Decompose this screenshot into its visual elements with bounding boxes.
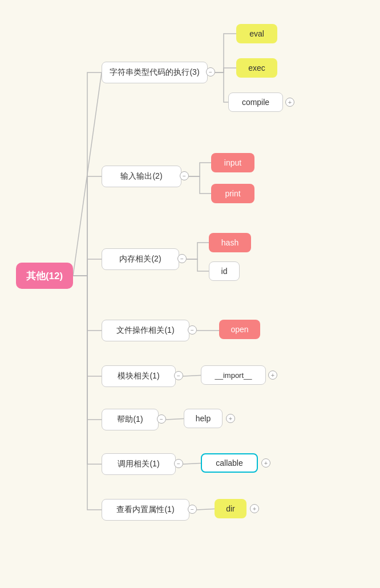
expand-dir[interactable]: + xyxy=(250,504,259,513)
svg-line-0 xyxy=(73,73,102,276)
leaf-dir[interactable]: dir xyxy=(215,499,246,518)
category-memory[interactable]: 内存相关(2) xyxy=(102,248,179,270)
print-label: print xyxy=(225,189,240,198)
cat1-label: 字符串类型代码的执行(3) xyxy=(110,67,199,78)
import-label: __import__ xyxy=(215,371,252,380)
exec-label: exec xyxy=(248,63,265,73)
collapse-cat5[interactable]: − xyxy=(174,371,183,380)
expand-callable[interactable]: + xyxy=(261,458,270,468)
cat8-label: 查看内置属性(1) xyxy=(116,505,174,515)
leaf-id[interactable]: id xyxy=(209,261,240,281)
open-label: open xyxy=(231,325,248,334)
category-module[interactable]: 模块相关(1) xyxy=(102,365,176,387)
category-io[interactable]: 输入输出(2) xyxy=(102,166,181,187)
category-file[interactable]: 文件操作相关(1) xyxy=(102,320,189,341)
leaf-input[interactable]: input xyxy=(211,153,254,172)
category-string-exec[interactable]: 字符串类型代码的执行(3) xyxy=(102,62,208,83)
leaf-callable[interactable]: callable xyxy=(201,453,258,473)
cat7-label: 调用相关(1) xyxy=(118,459,159,469)
eval-label: eval xyxy=(249,29,264,38)
collapse-cat2[interactable]: − xyxy=(180,171,189,180)
compile-label: compile xyxy=(242,98,269,107)
collapse-cat3[interactable]: − xyxy=(177,254,187,263)
category-dir[interactable]: 查看内置属性(1) xyxy=(102,499,189,521)
leaf-print[interactable]: print xyxy=(211,184,254,203)
leaf-hash[interactable]: hash xyxy=(209,233,251,252)
leaf-help[interactable]: help xyxy=(184,409,223,428)
collapse-cat8[interactable]: − xyxy=(188,505,197,514)
dir-label: dir xyxy=(226,504,235,513)
mind-map: 其他(12) 字符串类型代码的执行(3) − eval exec compile… xyxy=(0,0,380,588)
collapse-cat6[interactable]: − xyxy=(157,414,166,424)
leaf-compile[interactable]: compile xyxy=(228,92,283,112)
collapse-cat4[interactable]: − xyxy=(188,325,197,335)
expand-import[interactable]: + xyxy=(268,370,277,380)
leaf-eval[interactable]: eval xyxy=(236,24,277,43)
category-help[interactable]: 帮助(1) xyxy=(102,409,159,430)
cat2-label: 输入输出(2) xyxy=(120,171,162,182)
leaf-open[interactable]: open xyxy=(219,320,260,339)
cat4-label: 文件操作相关(1) xyxy=(116,325,174,336)
cat3-label: 内存相关(2) xyxy=(119,254,161,264)
leaf-exec[interactable]: exec xyxy=(236,58,277,78)
expand-compile[interactable]: + xyxy=(285,98,294,107)
collapse-cat7[interactable]: − xyxy=(174,459,183,468)
id-label: id xyxy=(221,267,228,276)
help-label: help xyxy=(196,414,211,423)
expand-help[interactable]: + xyxy=(226,414,235,423)
leaf-import[interactable]: __import__ xyxy=(201,365,266,385)
cat6-label: 帮助(1) xyxy=(117,414,143,425)
root-label: 其他(12) xyxy=(26,269,63,283)
callable-label: callable xyxy=(216,458,242,468)
connector-lines xyxy=(0,0,380,588)
root-node: 其他(12) xyxy=(16,263,73,289)
category-callable[interactable]: 调用相关(1) xyxy=(102,453,176,475)
collapse-cat1[interactable]: − xyxy=(206,67,215,76)
cat5-label: 模块相关(1) xyxy=(118,371,159,381)
input-label: input xyxy=(224,158,241,167)
hash-label: hash xyxy=(221,238,238,247)
